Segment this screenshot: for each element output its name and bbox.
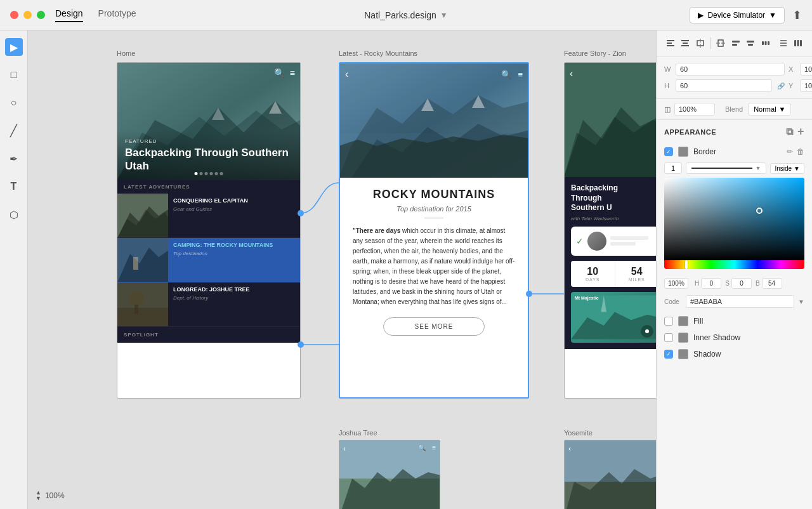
see-more-button[interactable]: SEE MORE — [383, 317, 485, 336]
line-tool[interactable]: ╱ — [5, 122, 23, 140]
fill-checkbox[interactable] — [664, 317, 673, 326]
align-bottom-button[interactable] — [745, 36, 757, 51]
zion-stat-miles: 54 MILES — [615, 261, 657, 287]
zoom-chevrons[interactable]: ▲ ▼ — [36, 490, 41, 501]
appearance-section: APPEARANCE ⧉ + Border ✏ 🗑 — [657, 120, 812, 509]
back-icon[interactable]: ‹ — [345, 69, 348, 80]
border-edit-icon[interactable]: ✏ — [787, 147, 793, 156]
width-input[interactable] — [676, 63, 785, 76]
color-opacity-input[interactable] — [664, 278, 688, 289]
saturation-input[interactable] — [731, 278, 752, 289]
border-style-selector[interactable]: ▼ — [686, 162, 766, 174]
border-detail: ▼ Inside ▼ — [657, 160, 812, 178]
align-center-h-button[interactable] — [679, 36, 692, 51]
toolbar-right: ▶ Device Simulator ▼ ⬆ — [690, 7, 802, 23]
yosemite-thumb: ‹ — [565, 440, 656, 509]
border-checkbox[interactable] — [664, 147, 673, 156]
border-width-input[interactable] — [664, 162, 682, 174]
frame-label-joshua: Joshua Tree — [339, 429, 377, 437]
shadow-color-swatch[interactable] — [678, 349, 688, 359]
align-right-button[interactable] — [694, 36, 707, 51]
ellipse-tool[interactable]: ○ — [5, 94, 23, 112]
hex-input[interactable] — [686, 295, 794, 308]
border-color-swatch[interactable] — [678, 147, 688, 157]
zion-back-icon[interactable]: ‹ — [570, 68, 573, 79]
align-left-button[interactable] — [664, 36, 677, 51]
appearance-header-actions: ⧉ + — [786, 125, 804, 138]
border-delete-icon[interactable]: 🗑 — [797, 147, 804, 156]
properties-grid: W X ↻ H 🔗 Y ⌐ — [657, 56, 812, 99]
rocky-subtitle: Top destination for 2015 — [353, 205, 515, 213]
tab-design[interactable]: Design — [55, 8, 83, 22]
align-top-button[interactable] — [715, 36, 728, 51]
svg-rect-11 — [133, 257, 138, 270]
close-button[interactable] — [10, 11, 18, 19]
appearance-item-shadow: Shadow — [657, 346, 812, 362]
hue-input[interactable] — [701, 278, 721, 289]
device-simulator-button[interactable]: ▶ Device Simulator ▼ — [690, 7, 785, 23]
blend-label: Blend — [725, 105, 743, 113]
border-position-select[interactable]: Inside ▼ — [770, 163, 804, 174]
rectangle-tool[interactable]: □ — [5, 66, 23, 84]
zion-content: BackpackingThroughSouthern U with Talin … — [565, 177, 656, 349]
pen-tool[interactable]: ✒ — [5, 150, 23, 168]
home-hero: 🔍 ≡ FEATURED Backpacking Through Souther… — [117, 63, 300, 180]
rocky-search-icon[interactable]: 🔍 — [501, 70, 511, 79]
brightness-input[interactable] — [762, 278, 782, 289]
fill-label: Fill — [693, 317, 804, 326]
text-tool[interactable]: T — [5, 178, 23, 195]
select-tool[interactable]: ▶ — [5, 38, 23, 56]
zion-hero: ‹ — [565, 63, 656, 177]
color-cursor[interactable] — [756, 208, 763, 214]
color-gradient-picker[interactable] — [664, 178, 804, 260]
search-icon[interactable]: 🔍 — [274, 68, 285, 78]
opacity-input[interactable] — [674, 103, 715, 116]
export-button[interactable]: ⬆ — [792, 8, 802, 22]
distribute-h-button[interactable] — [759, 36, 772, 51]
fill-color-swatch[interactable] — [678, 316, 688, 326]
filename-chevron-icon[interactable]: ▼ — [440, 11, 448, 20]
canvas-area[interactable]: Home — [28, 30, 656, 509]
home-list: CONQUERING EL CAPITAN Gear and Guides — [117, 194, 300, 343]
joshua-search-icon[interactable]: 🔍 — [418, 444, 426, 451]
align-middle-button[interactable] — [730, 36, 742, 51]
zion-card-detail — [610, 236, 653, 246]
maximize-button[interactable] — [37, 11, 45, 19]
frame-label-zion: Feature Story - Zion — [564, 50, 626, 57]
color-picker[interactable] — [664, 178, 804, 269]
component-tool[interactable]: ⬡ — [5, 206, 23, 223]
joshua-back-icon[interactable]: ‹ — [343, 444, 346, 453]
shadow-checkbox[interactable] — [664, 350, 673, 359]
appearance-add-icon[interactable]: + — [797, 125, 804, 138]
x-input[interactable] — [800, 63, 812, 76]
menu-icon[interactable]: ≡ — [290, 68, 295, 78]
appearance-copy-icon[interactable]: ⧉ — [786, 126, 794, 138]
appearance-item-border: Border ✏ 🗑 — [657, 143, 812, 160]
rocky-menu-icon[interactable]: ≡ — [518, 70, 523, 79]
hex-chevron-icon[interactable]: ▼ — [798, 298, 804, 305]
hue-bar[interactable] — [664, 260, 804, 269]
play-icon: ▶ — [698, 11, 704, 20]
align-toolbar — [657, 30, 812, 56]
list-item[interactable]: LONGREAD: JOSHUE TREE Dept. of History — [117, 282, 300, 327]
inner-shadow-checkbox[interactable] — [664, 333, 673, 342]
border-style-chevron: ▼ — [755, 165, 761, 171]
minimize-button[interactable] — [23, 11, 32, 19]
list-item[interactable]: CAMPING: THE ROCKY MOUNTAINS Top destina… — [117, 238, 300, 282]
zion-stat-days: 10 DAYS — [571, 261, 615, 287]
panel-columns-button[interactable] — [792, 36, 804, 51]
yosemite-back-icon[interactable]: ‹ — [568, 444, 571, 453]
list-item[interactable]: CONQUERING EL CAPITAN Gear and Guides — [117, 194, 300, 238]
frame-yosemite: ‹ — [564, 440, 656, 509]
joshua-menu-icon[interactable]: ≡ — [432, 444, 436, 451]
y-input[interactable] — [800, 79, 812, 92]
panel-settings-button[interactable] — [777, 36, 790, 51]
height-input[interactable] — [676, 79, 772, 92]
spotlight-partial: SPOTLIGHT — [117, 327, 300, 343]
tab-prototype[interactable]: Prototype — [98, 8, 136, 22]
height-field: H 🔗 — [664, 79, 785, 92]
blend-mode-select[interactable]: Normal ▼ — [748, 103, 791, 116]
list-info-elcapitan: CONQUERING EL CAPITAN Gear and Guides — [168, 194, 300, 237]
svg-rect-61 — [797, 40, 799, 46]
inner-shadow-color-swatch[interactable] — [678, 333, 688, 343]
